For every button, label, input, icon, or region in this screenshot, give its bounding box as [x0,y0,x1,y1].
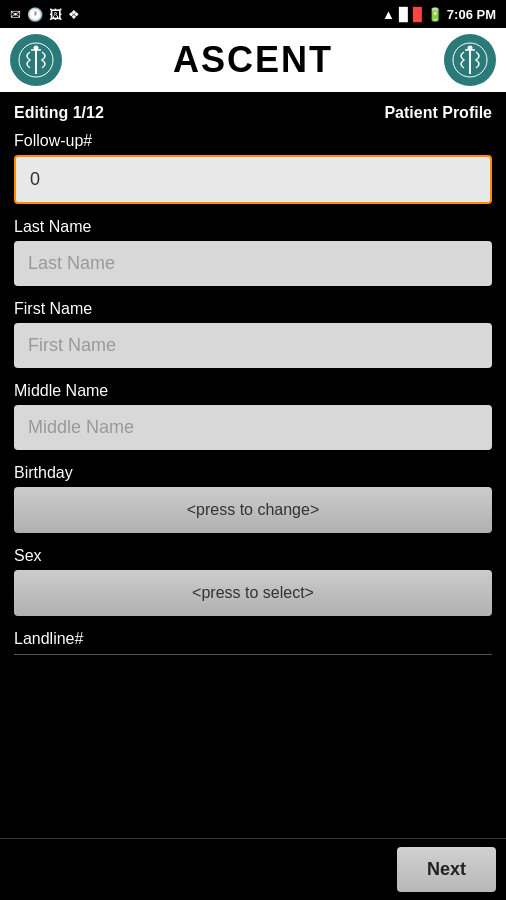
landline-label: Landline# [14,630,492,648]
app-header: ASCENT [0,28,506,92]
lastname-input[interactable] [14,241,492,286]
birthday-label: Birthday [14,464,492,482]
lastname-label: Last Name [14,218,492,236]
landline-section: Landline# [14,630,492,655]
next-button[interactable]: Next [397,847,496,892]
birthday-button[interactable]: <press to change> [14,487,492,533]
logo-left [10,34,62,86]
middlename-label: Middle Name [14,382,492,400]
battery-icon: 🔋 [427,7,443,22]
sex-label: Sex [14,547,492,565]
middlename-section: Middle Name [14,382,492,450]
sex-button[interactable]: <press to select> [14,570,492,616]
msg-icon: ✉ [10,7,21,22]
app-title: ASCENT [62,39,444,81]
firstname-input[interactable] [14,323,492,368]
signal-icon: ▉ [399,7,409,22]
status-time: 7:06 PM [447,7,496,22]
wifi-icon: ▲ [382,7,395,22]
section-label: Patient Profile [384,104,492,122]
clock-icon: 🕐 [27,7,43,22]
birthday-section: Birthday <press to change> [14,464,492,533]
followup-section: Follow-up# [14,132,492,204]
signal-icon-2: ▉ [413,7,423,22]
logo-right [444,34,496,86]
firstname-section: First Name [14,300,492,368]
landline-divider [14,654,492,655]
firstname-label: First Name [14,300,492,318]
editing-label: Editing 1/12 [14,104,104,122]
bottom-bar: Next [0,838,506,900]
editing-info-row: Editing 1/12 Patient Profile [14,104,492,122]
dropbox-icon: ❖ [68,7,80,22]
main-content: Editing 1/12 Patient Profile Follow-up# … [0,92,506,681]
sex-section: Sex <press to select> [14,547,492,616]
status-icons-right: ▲ ▉ ▉ 🔋 7:06 PM [382,7,496,22]
image-icon: 🖼 [49,7,62,22]
status-icons-left: ✉ 🕐 🖼 ❖ [10,7,80,22]
followup-input[interactable] [14,155,492,204]
middlename-input[interactable] [14,405,492,450]
lastname-section: Last Name [14,218,492,286]
status-bar: ✉ 🕐 🖼 ❖ ▲ ▉ ▉ 🔋 7:06 PM [0,0,506,28]
followup-label: Follow-up# [14,132,492,150]
